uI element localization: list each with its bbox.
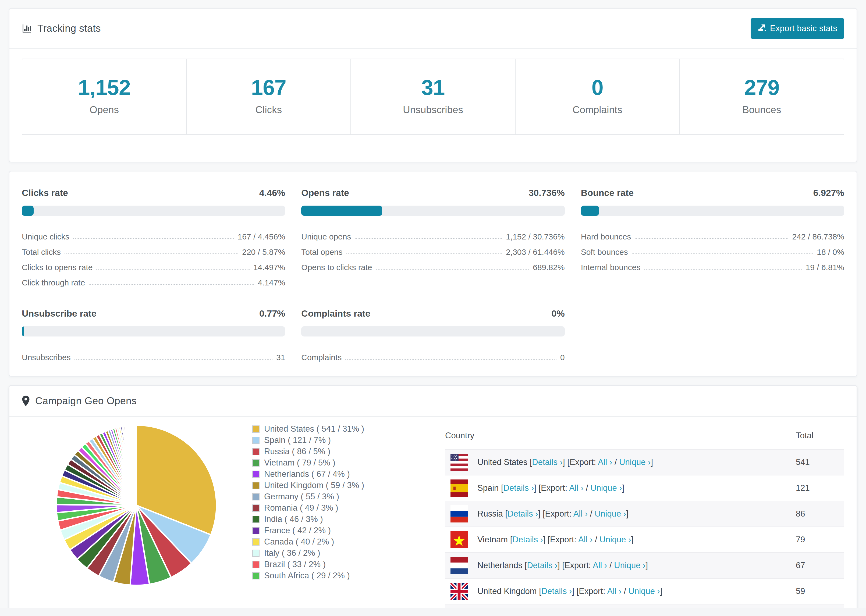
legend-item: India ( 46 / 3% ) (252, 514, 419, 525)
export-unique-link[interactable]: Unique › (590, 483, 622, 493)
rate-title: Unsubscribe rate (22, 308, 96, 319)
rate-title: Bounce rate (581, 188, 634, 198)
dotted-leader (65, 253, 238, 254)
rate-detail-row: Total opens2,303 / 61.446% (301, 241, 565, 257)
legend-swatch (252, 471, 260, 478)
rate-detail-value: 242 / 86.738% (792, 232, 844, 241)
legend-swatch (252, 426, 260, 433)
legend-swatch (252, 493, 260, 500)
flag-nl-icon (450, 557, 468, 574)
geo-pie-chart (54, 423, 219, 588)
details-link[interactable]: Details › (504, 483, 534, 493)
stat-complaints: 0Complaints (515, 59, 679, 134)
rate-block-bounce-rate: Bounce rate6.927%Hard bounces242 / 86.73… (581, 188, 844, 287)
dotted-leader (376, 269, 529, 270)
rate-progress-bar (301, 206, 565, 216)
stat-value: 0 (516, 77, 679, 98)
legend-swatch (252, 516, 260, 523)
tracking-stats-title: Tracking stats (22, 23, 101, 34)
details-link[interactable]: Details › (532, 457, 563, 467)
legend-item: Romania ( 49 / 3% ) (252, 502, 419, 514)
details-link[interactable]: Details › (542, 586, 572, 596)
legend-label: United Kingdom ( 59 / 3% ) (264, 481, 364, 490)
legend-label: United States ( 541 / 31% ) (264, 424, 364, 434)
country-cell-text: Spain [Details ›] [Export: All › / Uniqu… (477, 483, 624, 493)
legend-label: Netherlands ( 67 / 4% ) (264, 469, 350, 479)
stat-label: Clicks (187, 104, 350, 116)
stat-clicks: 167Clicks (186, 59, 350, 134)
country-name: Russia (477, 509, 503, 519)
legend-label: Germany ( 55 / 3% ) (264, 492, 339, 501)
dotted-leader (635, 238, 788, 239)
legend-label: Spain ( 121 / 7% ) (264, 435, 331, 445)
export-all-link[interactable]: All › (573, 509, 587, 519)
legend-item: France ( 42 / 2% ) (252, 525, 419, 536)
dotted-leader (355, 238, 502, 239)
legend-swatch (252, 482, 260, 489)
rate-block-unsubscribe-rate: Unsubscribe rate0.77%Unsubscribes31 (22, 308, 285, 362)
rate-progress-bar (22, 326, 285, 336)
export-button-label: Export basic stats (770, 24, 837, 33)
country-total: 541 (796, 449, 844, 475)
dotted-leader (73, 238, 234, 239)
rate-detail-row: Unsubscribes31 (22, 347, 285, 362)
rate-detail-label: Unique opens (301, 232, 351, 241)
rate-detail-value: 220 / 5.87% (242, 248, 285, 257)
export-unique-link[interactable]: Unique › (628, 586, 660, 596)
rate-block-complaints-rate: Complaints rate0%Complaints0 (301, 308, 565, 362)
export-all-link[interactable]: All › (598, 457, 612, 467)
dotted-leader (345, 359, 556, 360)
geo-panel: Campaign Geo Opens United States ( 541 /… (9, 385, 857, 616)
legend-item: Italy ( 36 / 2% ) (252, 547, 419, 559)
rate-detail-label: Unsubscribes (22, 353, 71, 362)
rate-detail-value: 19 / 6.81% (806, 263, 844, 272)
rate-detail-label: Internal bounces (581, 263, 641, 272)
country-name: Netherlands (477, 561, 522, 570)
panel-title-text: Tracking stats (38, 23, 101, 34)
rate-progress-fill (22, 326, 24, 336)
details-link[interactable]: Details › (507, 509, 538, 519)
export-icon (757, 23, 766, 34)
rate-detail-row: Soft bounces18 / 0% (581, 241, 844, 257)
stat-label: Unsubscribes (351, 104, 515, 116)
export-unique-link[interactable]: Unique › (619, 457, 650, 467)
export-unique-link[interactable]: Unique › (600, 535, 631, 544)
legend-label: Vietnam ( 79 / 5% ) (264, 458, 335, 468)
rate-value: 4.46% (259, 188, 285, 198)
geo-table-row-gb: United Kingdom [Details ›] [Export: All … (445, 578, 844, 604)
rate-detail-value: 4.147% (258, 278, 285, 287)
stat-value: 1,152 (22, 77, 186, 98)
stat-label: Opens (22, 104, 186, 116)
legend-swatch (252, 459, 260, 467)
legend-swatch (252, 437, 260, 444)
legend-item: Vietnam ( 79 / 5% ) (252, 457, 419, 468)
export-unique-link[interactable]: Unique › (614, 561, 646, 570)
rate-detail-row: Total clicks220 / 5.87% (22, 241, 285, 257)
export-all-link[interactable]: All › (607, 586, 621, 596)
dotted-leader (644, 269, 802, 270)
rate-progress-bar (581, 206, 844, 216)
export-all-link[interactable]: All › (593, 561, 607, 570)
export-all-link[interactable]: All › (578, 535, 592, 544)
legend-label: Russia ( 86 / 5% ) (264, 447, 330, 456)
geo-title-text: Campaign Geo Opens (35, 395, 137, 407)
bar-chart-icon (22, 24, 32, 34)
rate-block-opens-rate: Opens rate30.736%Unique opens1,152 / 30.… (301, 188, 565, 287)
stat-bounces: 279Bounces (679, 59, 844, 134)
rate-detail-value: 2,303 / 61.446% (506, 248, 565, 257)
export-unique-link[interactable]: Unique › (595, 509, 626, 519)
rate-detail-label: Clicks to opens rate (22, 263, 93, 272)
dotted-leader (346, 253, 502, 254)
rate-detail-value: 18 / 0% (817, 248, 844, 257)
export-basic-stats-button[interactable]: Export basic stats (751, 18, 844, 39)
details-link[interactable]: Details › (512, 535, 543, 544)
legend-swatch (252, 538, 260, 545)
rate-title: Clicks rate (22, 188, 68, 198)
rate-detail-value: 1,152 / 30.736% (506, 232, 565, 241)
export-all-link[interactable]: All › (569, 483, 583, 493)
rate-progress-fill (301, 206, 382, 216)
rate-detail-label: Total clicks (22, 248, 61, 257)
details-link[interactable]: Details › (527, 561, 557, 570)
legend-label: Romania ( 49 / 3% ) (264, 503, 339, 513)
country-total: 79 (796, 527, 844, 553)
